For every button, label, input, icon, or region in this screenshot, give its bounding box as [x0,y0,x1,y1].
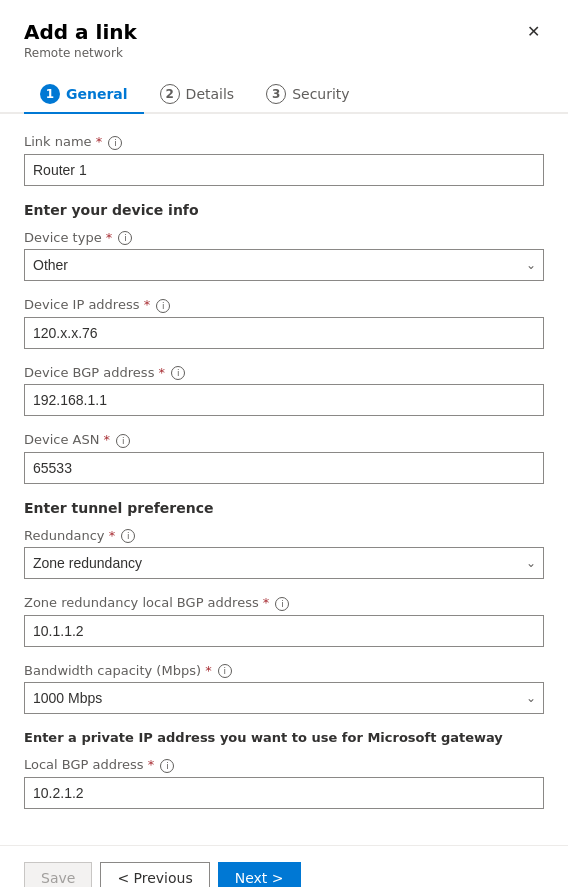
device-bgp-group: Device BGP address * i [24,365,544,417]
zone-bgp-input[interactable] [24,615,544,647]
zone-bgp-group: Zone redundancy local BGP address * i [24,595,544,647]
gateway-description: Enter a private IP address you want to u… [24,730,544,745]
tab-security[interactable]: 3 Security [250,76,366,114]
device-ip-group: Device IP address * i [24,297,544,349]
close-button[interactable]: ✕ [523,20,544,44]
redundancy-select[interactable]: Zone redundancy No redundancy [24,547,544,579]
dialog-title: Add a link [24,20,137,44]
tab-details-label: Details [186,86,235,102]
zone-bgp-label: Zone redundancy local BGP address * i [24,595,544,611]
tab-general-number: 1 [40,84,60,104]
dialog-body: Link name * i Enter your device info Dev… [0,114,568,845]
zone-bgp-info-icon[interactable]: i [275,597,289,611]
add-link-dialog: Add a link Remote network ✕ 1 General 2 … [0,0,568,887]
device-ip-label: Device IP address * i [24,297,544,313]
previous-button[interactable]: < Previous [100,862,209,888]
local-bgp-info-icon[interactable]: i [160,759,174,773]
local-bgp-required: * [148,757,155,772]
redundancy-required: * [109,528,116,543]
save-button[interactable]: Save [24,862,92,888]
device-ip-info-icon[interactable]: i [156,299,170,313]
device-type-group: Device type * i Other Cisco Palo Alto Fo… [24,230,544,282]
link-name-info-icon[interactable]: i [108,136,122,150]
device-type-required: * [106,230,113,245]
redundancy-group: Redundancy * i Zone redundancy No redund… [24,528,544,580]
tab-bar: 1 General 2 Details 3 Security [0,60,568,114]
device-bgp-info-icon[interactable]: i [171,366,185,380]
title-row: Add a link Remote network ✕ [24,20,544,60]
device-bgp-required: * [159,365,166,380]
device-ip-input[interactable] [24,317,544,349]
device-type-select[interactable]: Other Cisco Palo Alto Fortinet [24,249,544,281]
link-name-input[interactable] [24,154,544,186]
device-ip-required: * [144,297,151,312]
bandwidth-group: Bandwidth capacity (Mbps) * i 500 Mbps 1… [24,663,544,715]
redundancy-select-wrapper: Zone redundancy No redundancy ⌄ [24,547,544,579]
local-bgp-label: Local BGP address * i [24,757,544,773]
device-info-heading: Enter your device info [24,202,544,218]
tab-security-label: Security [292,86,350,102]
dialog-header: Add a link Remote network ✕ [0,0,568,60]
bandwidth-label: Bandwidth capacity (Mbps) * i [24,663,544,679]
tab-general-label: General [66,86,128,102]
next-button[interactable]: Next > [218,862,301,888]
device-asn-input[interactable] [24,452,544,484]
bandwidth-select[interactable]: 500 Mbps 1000 Mbps 2000 Mbps [24,682,544,714]
tab-general[interactable]: 1 General [24,76,144,114]
bandwidth-select-wrapper: 500 Mbps 1000 Mbps 2000 Mbps ⌄ [24,682,544,714]
dialog-subtitle: Remote network [24,46,137,60]
link-name-label: Link name * i [24,134,544,150]
device-asn-info-icon[interactable]: i [116,434,130,448]
tunnel-heading: Enter tunnel preference [24,500,544,516]
device-asn-group: Device ASN * i [24,432,544,484]
device-type-select-wrapper: Other Cisco Palo Alto Fortinet ⌄ [24,249,544,281]
redundancy-info-icon[interactable]: i [121,529,135,543]
tab-details-number: 2 [160,84,180,104]
local-bgp-group: Local BGP address * i [24,757,544,809]
title-block: Add a link Remote network [24,20,137,60]
device-asn-required: * [104,432,111,447]
device-type-info-icon[interactable]: i [118,231,132,245]
link-name-group: Link name * i [24,134,544,186]
bandwidth-info-icon[interactable]: i [218,664,232,678]
dialog-footer: Save < Previous Next > [0,845,568,888]
device-bgp-label: Device BGP address * i [24,365,544,381]
redundancy-label: Redundancy * i [24,528,544,544]
zone-bgp-required: * [263,595,270,610]
device-asn-label: Device ASN * i [24,432,544,448]
device-type-label: Device type * i [24,230,544,246]
bandwidth-required: * [205,663,212,678]
link-name-required: * [96,134,103,149]
local-bgp-input[interactable] [24,777,544,809]
device-bgp-input[interactable] [24,384,544,416]
tab-details[interactable]: 2 Details [144,76,251,114]
tab-security-number: 3 [266,84,286,104]
